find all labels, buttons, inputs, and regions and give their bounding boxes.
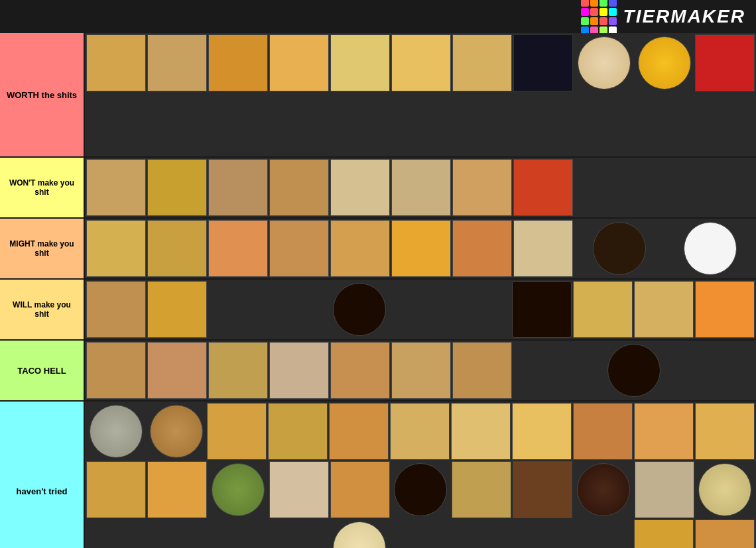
tier-row-might: MIGHT make you shit (0, 219, 756, 280)
list-item[interactable] (333, 521, 386, 548)
logo-cell (590, 17, 598, 25)
list-item[interactable] (635, 461, 694, 518)
list-item[interactable] (695, 281, 755, 338)
list-item[interactable] (269, 461, 329, 518)
list-item[interactable] (638, 36, 691, 89)
list-item[interactable] (578, 36, 631, 89)
logo-cell (581, 8, 589, 16)
logo-cell (581, 0, 589, 7)
list-item[interactable] (269, 342, 329, 399)
logo-text: TIERMAKER (623, 6, 745, 27)
list-item[interactable] (512, 281, 572, 338)
list-item[interactable] (452, 159, 512, 216)
list-item[interactable] (452, 34, 512, 91)
logo-cell (590, 8, 598, 16)
list-item[interactable] (452, 342, 512, 399)
tier-label-will: WILL make you shit (0, 280, 85, 339)
list-item[interactable] (147, 342, 207, 399)
tier-items-worth (85, 33, 756, 156)
list-item[interactable] (147, 281, 207, 338)
list-item[interactable] (513, 461, 572, 518)
list-item[interactable] (391, 159, 451, 216)
list-item[interactable] (86, 34, 146, 91)
list-item[interactable] (90, 405, 143, 458)
tier-row-worth: WORTH the shits (0, 33, 756, 158)
list-item[interactable] (513, 220, 573, 277)
list-item[interactable] (208, 220, 268, 277)
list-item[interactable] (394, 463, 447, 516)
logo-cell (599, 0, 607, 7)
list-item[interactable] (695, 403, 755, 460)
list-item[interactable] (150, 405, 203, 458)
list-item[interactable] (573, 403, 633, 460)
list-item[interactable] (452, 220, 512, 277)
list-item[interactable] (147, 159, 207, 216)
list-item[interactable] (634, 520, 694, 548)
list-item[interactable] (330, 159, 390, 216)
list-item[interactable] (208, 342, 268, 399)
tier-items-havent (85, 402, 756, 548)
list-item[interactable] (391, 220, 451, 277)
list-item[interactable] (147, 34, 207, 91)
tier-items-might (85, 219, 756, 278)
list-item[interactable] (330, 461, 390, 518)
list-item[interactable] (333, 283, 386, 336)
tier-label-might: MIGHT make you shit (0, 219, 85, 278)
list-item[interactable] (329, 403, 389, 460)
list-item[interactable] (208, 159, 268, 216)
list-item[interactable] (86, 220, 146, 277)
logo-cell (590, 0, 598, 7)
list-item[interactable] (607, 344, 661, 397)
tier-row-wont: WON'T make you shit (0, 158, 756, 219)
list-item[interactable] (512, 403, 572, 460)
tier-row-will: WILL make you shit (0, 280, 756, 341)
logo-cell (609, 8, 617, 16)
list-item[interactable] (513, 159, 573, 216)
list-item[interactable] (330, 34, 390, 91)
header: TIERMAKER (0, 0, 756, 33)
list-item[interactable] (147, 220, 207, 277)
list-item[interactable] (86, 342, 146, 399)
list-item[interactable] (269, 220, 329, 277)
list-item[interactable] (695, 520, 755, 548)
list-item[interactable] (86, 159, 146, 216)
list-item[interactable] (390, 403, 450, 460)
tier-label-wont: WON'T make you shit (0, 158, 85, 217)
tiermaker-logo: TIERMAKER (581, 0, 745, 34)
list-item[interactable] (207, 403, 267, 460)
list-item[interactable] (269, 34, 329, 91)
tier-row-taco-hell: TACO HELL (0, 341, 756, 402)
list-item[interactable] (391, 34, 451, 91)
list-item[interactable] (212, 463, 265, 516)
list-item[interactable] (573, 281, 633, 338)
tier-label-worth: WORTH the shits (0, 33, 85, 156)
list-item[interactable] (208, 34, 268, 91)
list-item[interactable] (695, 34, 755, 91)
list-item[interactable] (330, 342, 390, 399)
logo-cell (609, 0, 617, 7)
tier-table: TIERMAKER WORTH the shits WON'T make you… (0, 0, 756, 548)
list-item[interactable] (698, 463, 751, 516)
list-item[interactable] (634, 403, 694, 460)
tier-items-wont (85, 158, 756, 217)
list-item[interactable] (268, 403, 328, 460)
list-item[interactable] (330, 220, 390, 277)
tier-row-havent: haven't tried (0, 402, 756, 548)
list-item[interactable] (147, 461, 207, 518)
list-item[interactable] (86, 281, 146, 338)
logo-cell (599, 8, 607, 16)
list-item[interactable] (684, 222, 737, 275)
tier-label-taco-hell: TACO HELL (0, 341, 85, 400)
list-item[interactable] (577, 463, 630, 516)
list-item[interactable] (451, 403, 511, 460)
list-item[interactable] (391, 342, 451, 399)
list-item[interactable] (452, 461, 511, 518)
list-item[interactable] (86, 461, 146, 518)
tier-items-will (85, 280, 756, 339)
list-item[interactable] (593, 222, 646, 275)
logo-cell (599, 17, 607, 25)
logo-grid-icon (581, 0, 617, 34)
list-item[interactable] (513, 34, 573, 91)
list-item[interactable] (634, 281, 694, 338)
list-item[interactable] (269, 159, 329, 216)
